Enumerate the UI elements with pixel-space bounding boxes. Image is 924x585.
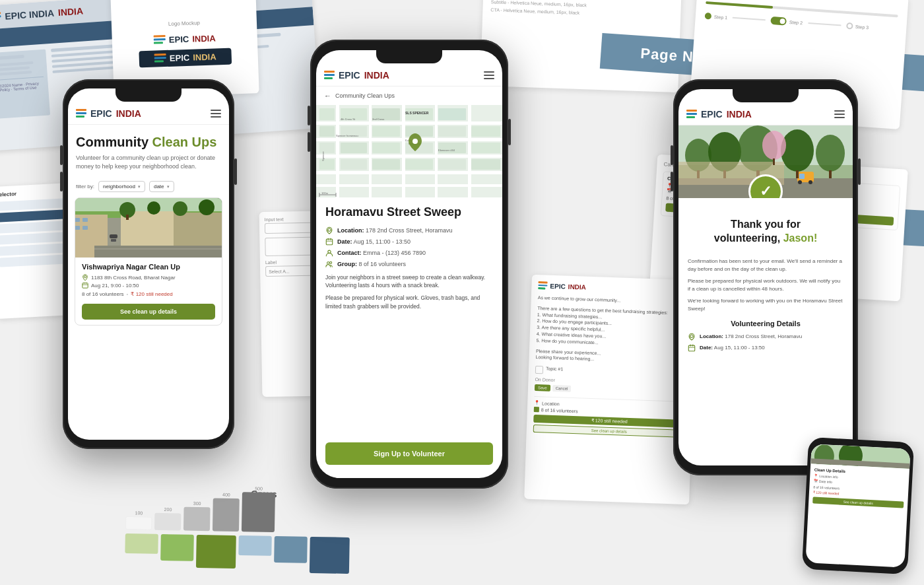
volunteering-details-section: Volunteering Details Location: 178 2nd C… (678, 313, 853, 362)
svg-rect-9 (82, 226, 88, 230)
svg-rect-51 (471, 143, 500, 153)
step-dot-1 (705, 13, 712, 20)
volunteering-details-title: Volunteering Details (688, 320, 843, 327)
date-row: Date: Aug 15, 11:00 - 13:50 (325, 238, 493, 246)
power-btn-left (234, 158, 237, 185)
selector-item-1 (0, 198, 65, 211)
location-icon-detail (325, 226, 333, 234)
vol-up-btn-left (60, 145, 63, 165)
svg-point-14 (199, 199, 214, 215)
right-screen-header: EPIC INDIA (678, 102, 853, 125)
topic-questions: There are a few questions to get the bes… (536, 305, 689, 349)
event-info: Vishwapriya Nagar Clean Up 1183 8th Cros… (75, 258, 222, 325)
svg-rect-8 (75, 226, 80, 230)
svg-point-97 (762, 131, 786, 160)
svg-rect-34 (468, 105, 471, 197)
svg-rect-54 (372, 159, 400, 170)
calendar-icon (82, 282, 88, 289)
swatch-200 (154, 513, 181, 531)
svg-rect-57 (471, 159, 500, 170)
left-logo-icon (76, 109, 86, 118)
step-circle-3 (846, 22, 853, 30)
power-btn-center (508, 119, 511, 145)
svg-rect-56 (438, 159, 466, 170)
svg-rect-20 (82, 283, 88, 289)
volunteers-count: 8 of 16 volunteers (82, 291, 124, 297)
topic-text: As we continue to grow our community... (538, 294, 690, 306)
thank-you-title: Thank you for volunteering, Jason! (688, 218, 843, 246)
confirmation-text-2: Please be prepared for physical work out… (688, 277, 843, 293)
date-filter[interactable]: date ▾ (149, 181, 174, 192)
vol-date-row: Date: Aug 15, 11:00 - 13:50 (688, 344, 843, 352)
phone-right: EPIC INDIA (673, 79, 858, 475)
step-2: Step 2 (771, 17, 803, 26)
svg-rect-31 (369, 105, 372, 197)
selector-item-5 (0, 243, 67, 256)
svg-rect-45 (471, 126, 500, 137)
step-line-1 (733, 17, 766, 20)
hero-image-right: ✓ (678, 125, 853, 198)
logo-light-variant: EPIC INDIA (154, 33, 216, 45)
page-title-area: Community Clean Ups Volunteer for a comm… (68, 125, 229, 177)
map-container: 4th Cross St 2nd Cross Kolte-Patil Benga… (316, 105, 502, 197)
neighborhood-filter[interactable]: neighborhood ▾ (98, 181, 145, 192)
topic-card-logo: EPIC INDIA (538, 281, 690, 294)
notch-center (376, 50, 442, 63)
hamburger-menu-left[interactable] (211, 110, 221, 118)
event-stats: 8 of 16 volunteers • ₹ 120 still needed (82, 291, 215, 297)
svg-point-71 (328, 228, 331, 231)
swatch-green-dark (196, 535, 236, 568)
svg-rect-40 (319, 126, 335, 137)
svg-rect-15 (110, 234, 117, 238)
event-card: Vishwapriya Nagar Clean Up 1183 8th Cros… (75, 197, 222, 326)
vol-up-btn-right (671, 145, 673, 165)
screen-right: EPIC INDIA (678, 89, 853, 465)
topic-checkboxes: Topic #1 (535, 366, 687, 379)
left-screen-header: EPIC INDIA (68, 102, 229, 125)
vol-up-btn-center (308, 106, 310, 125)
swatch-300 (183, 507, 211, 532)
logo-variant-icon-dark (154, 53, 167, 63)
confirmation-section: Confirmation has been sent to your email… (678, 258, 853, 313)
svg-rect-88 (799, 174, 805, 179)
selector-title: Selector (0, 188, 65, 197)
description-2: Please be prepared for physical work. Gl… (325, 294, 493, 311)
svg-point-84 (781, 129, 814, 172)
svg-point-90 (808, 180, 812, 184)
svg-rect-35 (319, 108, 335, 120)
swatch-green-light (125, 533, 158, 554)
bg-logo-website: EPIC INDIA INDIA (0, 5, 84, 22)
street-scene-svg (75, 198, 222, 258)
svg-text:Spencer: Spencer (321, 151, 325, 161)
rupees-needed: ₹ 120 still needed (131, 291, 172, 297)
swatch-blue-mid (274, 536, 308, 563)
contact-row: Contact: Emma - (123) 456 7890 (325, 249, 493, 257)
see-details-button[interactable]: See clean up details (82, 304, 215, 320)
hamburger-menu-center[interactable] (484, 71, 494, 79)
check-icon: ✓ (760, 183, 772, 198)
step-line-2 (808, 22, 841, 26)
center-logo-icon (324, 71, 335, 80)
swatch-400 (213, 498, 240, 532)
right-header-logo: EPIC INDIA (686, 109, 752, 120)
hamburger-menu-right[interactable] (834, 110, 845, 118)
svg-rect-27 (316, 155, 502, 158)
svg-point-13 (173, 201, 187, 216)
svg-rect-33 (435, 105, 438, 197)
bottom-right-screen: Clean Up Details 📍Location info 📅Date in… (805, 444, 910, 568)
notch-left (116, 88, 182, 102)
swatch-500 (242, 492, 275, 532)
vol-location-row: Location: 178 2nd Cross Street, Horamavu (688, 333, 843, 341)
svg-rect-6 (75, 218, 80, 222)
page-subtitle: Volunteer for a community clean up proje… (76, 154, 221, 170)
back-arrow-icon[interactable]: ← (324, 92, 331, 100)
save-btn-small: Save (535, 384, 550, 392)
svg-rect-72 (326, 239, 332, 245)
community-cleanups-title: Community Clean Ups (76, 134, 221, 150)
bg-sidebar: ©2024 Name · Privacy Policy · Terms of U… (0, 50, 50, 119)
center-header-logo: EPIC INDIA (324, 70, 389, 81)
signup-volunteer-button[interactable]: Sign Up to Volunteer (325, 442, 493, 465)
svg-point-78 (330, 261, 332, 263)
swatch-green-mid (160, 534, 194, 561)
svg-point-99 (690, 335, 693, 337)
